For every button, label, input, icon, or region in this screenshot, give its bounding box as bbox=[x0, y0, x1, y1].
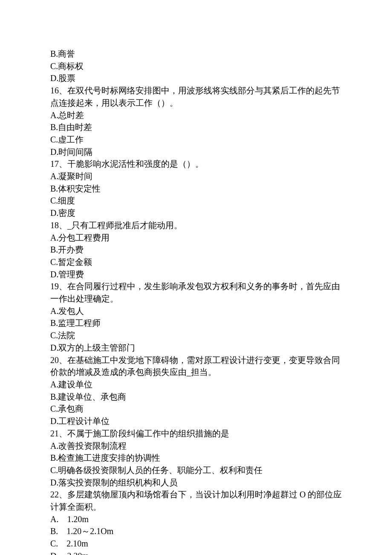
text-line: C.承包商 bbox=[50, 403, 345, 415]
document-page: B.商誉C.商标权D.股票16、在双代号时标网络安排图中，用波形线将实线部分与其… bbox=[0, 0, 392, 555]
text-line: D.股票 bbox=[50, 72, 345, 84]
text-line: B.开办费 bbox=[50, 244, 345, 256]
text-line: C.法院 bbox=[50, 329, 345, 342]
text-line: 19、在合同履行过程中，发生影响承发包双方权利和义务的事务时，首先应由一作出处理… bbox=[50, 280, 345, 305]
text-line: A.总时差 bbox=[50, 109, 345, 122]
text-line: B.商誉 bbox=[50, 48, 345, 60]
text-line: C.细度 bbox=[50, 195, 345, 207]
text-line: B.体积安定性 bbox=[50, 183, 345, 195]
text-line: 20、在基础施工中发觉地下障碍物，需对原工程设计进行变更，变更导致合同价款的增减… bbox=[50, 354, 345, 378]
text-line: D. 2.20m bbox=[50, 550, 345, 555]
text-line: A.凝聚时间 bbox=[50, 170, 345, 183]
text-line: B.监理工程师 bbox=[50, 317, 345, 329]
text-line: 16、在双代号时标网络安排图中，用波形线将实线部分与其紧后工作的起先节点连接起来… bbox=[50, 84, 345, 109]
text-line: A.发包人 bbox=[50, 305, 345, 317]
text-line: 17、干脆影响水泥活性和强度的是（）。 bbox=[50, 158, 345, 170]
text-line: 18、_只有工程师批准后才能动用。 bbox=[50, 219, 345, 232]
text-line: C.明确各级投资限制人员的任务、职能分工、权利和责任 bbox=[50, 464, 345, 477]
text-line: 21、不属于施工阶段纠偏工作中的组织措施的是 bbox=[50, 427, 345, 440]
text-line: D.落实投资限制的组织机构和人员 bbox=[50, 477, 345, 489]
text-line: C.商标权 bbox=[50, 60, 345, 73]
text-line: 22、多层建筑物屋顶内和场馆看台下，当设计加以利用时净超群过 O 的部位应计算全… bbox=[50, 488, 345, 513]
text-line: D.时间间隔 bbox=[50, 146, 345, 158]
text-line: C.暂定金额 bbox=[50, 256, 345, 268]
text-line: A.建设单位 bbox=[50, 378, 345, 391]
text-line: D.工程设计单位 bbox=[50, 415, 345, 427]
text-line: C.虚工作 bbox=[50, 134, 345, 146]
text-line: B.自由时差 bbox=[50, 121, 345, 134]
text-line: C. 2.10m bbox=[50, 538, 345, 550]
text-line: B. 1.20～2.1Om bbox=[50, 525, 345, 538]
text-line: D.双方的上级主管部门 bbox=[50, 342, 345, 354]
text-line: D.密度 bbox=[50, 207, 345, 219]
text-line: D.管理费 bbox=[50, 268, 345, 281]
text-line: A.改善投资限制流程 bbox=[50, 440, 345, 452]
text-line: B.检查施工进度安排的协调性 bbox=[50, 452, 345, 464]
text-line: A.分包工程费用 bbox=[50, 232, 345, 244]
text-line: B.建设单位、承包商 bbox=[50, 391, 345, 403]
text-line: A. 1.20m bbox=[50, 513, 345, 526]
